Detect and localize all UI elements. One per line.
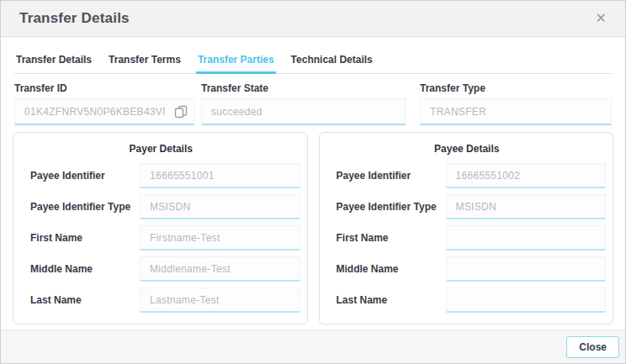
field-transfer-id: Transfer ID	[14, 81, 194, 125]
transfer-id-input[interactable]	[15, 106, 170, 118]
field-transfer-type: Transfer Type	[420, 81, 612, 125]
modal-footer: Close	[1, 330, 625, 363]
payer-middle-name-label: Middle Name	[22, 263, 140, 275]
transfer-type-label: Transfer Type	[420, 82, 612, 94]
payer-last-name-label: Last Name	[22, 294, 140, 306]
close-icon[interactable]: ✕	[591, 10, 612, 27]
tab-technical-details[interactable]: Technical Details	[289, 49, 374, 74]
payer-details-panel: Payer Details Payee Identifier Payee Ide…	[13, 132, 308, 324]
payer-panel-title: Payer Details	[22, 143, 300, 155]
transfer-id-input-wrap	[14, 98, 194, 125]
modal-header: Transfer Details ✕	[1, 1, 625, 37]
transfer-details-modal: Transfer Details ✕ Transfer Details Tran…	[0, 0, 626, 364]
transfer-state-label: Transfer State	[201, 82, 406, 94]
payee-identifier-row: Payee Identifier	[328, 163, 607, 188]
payee-middle-name-row: Middle Name	[328, 256, 607, 282]
payee-middle-name-label: Middle Name	[328, 263, 446, 275]
tab-transfer-parties[interactable]: Transfer Parties	[196, 49, 276, 74]
transfer-id-label: Transfer ID	[14, 82, 194, 94]
payee-middle-name-input[interactable]	[447, 263, 606, 275]
payer-identifier-input[interactable]	[141, 170, 300, 182]
transfer-state-input-wrap	[201, 98, 406, 125]
payer-identifier-label: Payee Identifier	[22, 170, 140, 182]
payer-last-name-row: Last Name	[22, 288, 300, 313]
tab-transfer-terms[interactable]: Transfer Terms	[107, 49, 183, 74]
party-panels: Payer Details Payee Identifier Payee Ide…	[13, 132, 613, 324]
payee-details-panel: Payee Details Payee Identifier Payee Ide…	[319, 132, 614, 324]
payee-first-name-input[interactable]	[447, 232, 606, 244]
payer-first-name-input[interactable]	[141, 232, 300, 244]
payer-identifier-type-row: Payee Identifier Type	[22, 194, 300, 219]
payer-last-name-input[interactable]	[141, 294, 300, 306]
modal-body: Transfer Details Transfer Terms Transfer…	[1, 37, 625, 330]
field-transfer-state: Transfer State	[201, 81, 406, 125]
tab-transfer-details[interactable]: Transfer Details	[14, 49, 93, 74]
tab-bar: Transfer Details Transfer Terms Transfer…	[14, 49, 612, 74]
payee-identifier-type-row: Payee Identifier Type	[328, 194, 607, 219]
transfer-type-input-wrap	[420, 98, 612, 125]
payee-identifier-type-input[interactable]	[447, 201, 606, 213]
payee-panel-title: Payee Details	[328, 143, 607, 155]
payer-first-name-row: First Name	[22, 225, 300, 251]
payee-last-name-row: Last Name	[328, 288, 607, 313]
payee-identifier-input[interactable]	[447, 170, 606, 182]
transfer-state-input[interactable]	[202, 106, 405, 118]
transfer-type-input[interactable]	[421, 106, 611, 118]
payee-identifier-type-label: Payee Identifier Type	[328, 201, 446, 213]
payee-first-name-label: First Name	[328, 232, 446, 244]
payer-middle-name-input[interactable]	[141, 263, 300, 275]
summary-fields-row: Transfer ID Transfer State	[14, 81, 612, 125]
payer-identifier-row: Payee Identifier	[22, 163, 300, 188]
payee-last-name-input[interactable]	[447, 294, 606, 306]
modal-title: Transfer Details	[19, 10, 591, 27]
payer-middle-name-row: Middle Name	[22, 256, 300, 282]
payee-identifier-label: Payee Identifier	[328, 170, 446, 182]
payee-first-name-row: First Name	[328, 225, 607, 251]
payer-identifier-type-input[interactable]	[141, 201, 300, 213]
copy-icon-glyph	[174, 105, 188, 119]
payer-identifier-type-label: Payee Identifier Type	[22, 201, 140, 213]
close-button[interactable]: Close	[566, 336, 619, 358]
payee-last-name-label: Last Name	[328, 294, 446, 306]
copy-icon[interactable]	[170, 101, 192, 123]
payer-first-name-label: First Name	[22, 232, 140, 244]
